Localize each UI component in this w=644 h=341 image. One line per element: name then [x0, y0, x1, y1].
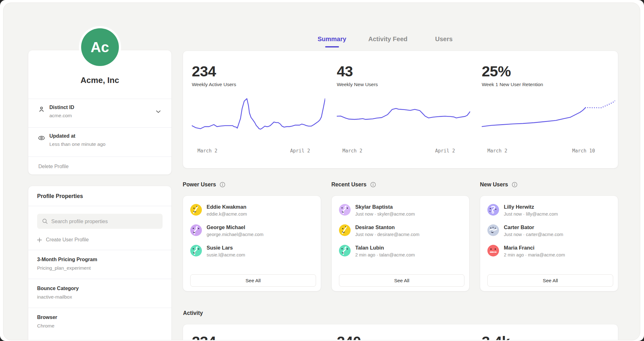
section-title: Power Users [183, 181, 216, 188]
stat-value: 43 [337, 63, 473, 79]
list-item[interactable]: Carter Bator Just now · carter@acme.com [487, 224, 613, 237]
activity-stats-card: 234 240 3.4k [183, 324, 618, 340]
screenshot-page: Ac Acme, Inc Distinct ID acme.com [0, 0, 644, 341]
stat-label: Weekly Active Users [192, 82, 328, 87]
plus-icon [37, 238, 42, 242]
stat-label: Week 1 New User Retention [482, 82, 618, 87]
property-item[interactable]: Browser Chrome [28, 308, 171, 337]
activity-stat: 234 [183, 324, 328, 340]
avatar [487, 204, 499, 216]
avatar [339, 224, 351, 236]
avatar [190, 204, 202, 216]
section-title: New Users [480, 181, 508, 188]
avatar [487, 224, 499, 236]
user-name: Carter Bator [504, 224, 563, 230]
property-label: Bounce Category [37, 286, 163, 291]
list-item[interactable]: Susie Lars susie.l@acme.com [190, 245, 316, 257]
user-name: Eddie Kwakman [207, 204, 247, 210]
summary-stats-card: 234 Weekly Active Users March 2 April 2 … [183, 51, 618, 168]
stat-value: 240 [337, 334, 473, 340]
user-list-card: Eddie Kwakman eddie.k@acme.com George Mi… [183, 195, 321, 291]
user-name: Lilly Herwitz [504, 204, 558, 210]
info-icon[interactable] [512, 182, 518, 188]
user-subtext: Just now · desirare@acme.com [355, 232, 419, 237]
section-header: Power Users [183, 181, 321, 188]
see-all-button[interactable]: See All [190, 274, 316, 287]
user-name: George Michael [207, 224, 264, 230]
distinct-id-row[interactable]: Distinct ID acme.com [28, 99, 171, 127]
property-value: Pricing_plan_experiment [37, 265, 163, 271]
x-axis: March 2 April 2 [337, 148, 470, 154]
person-icon [38, 106, 45, 113]
section-title: Recent Users [331, 181, 367, 188]
tab-activity-feed[interactable]: Activity Feed [360, 36, 416, 47]
user-name: Skylar Baptista [355, 204, 415, 210]
section-header: Recent Users [331, 181, 470, 188]
create-user-profile-label: Create User Profile [46, 237, 89, 243]
user-subtext: 2 min ago · maria@acme.com [504, 252, 565, 257]
create-user-profile-button[interactable]: Create User Profile [37, 237, 163, 250]
meta-value: acme.com [49, 113, 171, 118]
user-name: Desirae Stanton [355, 224, 419, 230]
eye-icon [38, 134, 45, 142]
stat-value: 234 [192, 63, 328, 79]
stat-weekly-new-users: 43 Weekly New Users March 2 April 2 [328, 51, 473, 168]
list-item[interactable]: Maria Franci 2 min ago · maria@acme.com [487, 245, 613, 257]
profile-sidebar: Ac Acme, Inc Distinct ID acme.com [28, 50, 172, 340]
list-item[interactable]: Talan Lubin 2 min ago · talan@acme.com [339, 245, 465, 257]
tab-users[interactable]: Users [416, 36, 472, 47]
list-item[interactable]: Skylar Baptista Just now · skyler@acme.c… [339, 204, 465, 217]
list-item[interactable]: Lilly Herwitz Just now · lilly@acme.com [487, 204, 613, 217]
avatar [190, 245, 202, 256]
sparkline-chart [337, 93, 470, 144]
property-label: Browser [37, 315, 163, 320]
profile-properties-search[interactable] [37, 214, 163, 229]
chevron-down-icon[interactable] [156, 110, 161, 113]
user-subtext: eddie.k@acme.com [207, 212, 247, 217]
company-profile-card: Ac Acme, Inc Distinct ID acme.com [28, 50, 172, 175]
x-axis-label-end: March 10 [572, 148, 595, 154]
sparkline-chart [192, 93, 325, 144]
stat-value: 25% [482, 63, 618, 79]
property-value: Chrome [37, 323, 163, 329]
x-axis-label-start: March 2 [487, 148, 507, 154]
stat-weekly-active-users: 234 Weekly Active Users March 2 April 2 [183, 51, 328, 168]
see-all-button[interactable]: See All [487, 274, 613, 287]
list-item[interactable]: Desirae Stanton Just now · desirare@acme… [339, 224, 465, 237]
info-icon[interactable] [370, 182, 376, 188]
user-subtext: Just now · skyler@acme.com [355, 212, 415, 217]
info-icon[interactable] [219, 182, 225, 188]
x-axis: March 2 March 10 [482, 148, 615, 154]
property-value: inactive-mailbox [37, 294, 163, 300]
tab-summary[interactable]: Summary [304, 36, 360, 47]
x-axis: March 2 April 2 [192, 148, 325, 154]
stat-value: 3.4k [482, 334, 618, 340]
meta-label: Distinct ID [49, 105, 171, 110]
activity-stat: 240 [328, 324, 473, 340]
new-users-section: New Users Lilly Herwitz Just now · lilly… [480, 181, 618, 291]
user-name: Maria Franci [504, 245, 565, 251]
updated-at-row: Updated at Less than one minute ago [28, 127, 171, 157]
meta-value: Less than one minute ago [49, 141, 171, 147]
delete-profile-button[interactable]: Delete Profile [28, 157, 171, 175]
sparkline-chart [482, 93, 615, 144]
activity-heading: Activity [183, 310, 203, 316]
activity-stat: 3.4k [473, 324, 618, 340]
user-subtext: Just now · carter@acme.com [504, 232, 563, 237]
app-frame: Ac Acme, Inc Distinct ID acme.com [3, 3, 640, 340]
see-all-button[interactable]: See All [339, 274, 465, 287]
property-item[interactable]: 3-Month Pricing Program Pricing_plan_exp… [28, 250, 171, 279]
avatar [190, 224, 202, 236]
recent-users-section: Recent Users Skylar Baptista Just now · … [331, 181, 470, 291]
user-lists-row: Power Users Eddie Kwakman eddie.k@acme.c… [183, 181, 618, 291]
user-subtext: susie.l@acme.com [207, 252, 245, 257]
list-item[interactable]: Eddie Kwakman eddie.k@acme.com [190, 204, 316, 217]
x-axis-label-end: April 2 [435, 148, 455, 154]
x-axis-label-start: March 2 [342, 148, 362, 154]
company-avatar: Ac [81, 28, 119, 66]
user-list-card: Lilly Herwitz Just now · lilly@acme.com … [480, 195, 618, 291]
list-item[interactable]: George Michael george.michael@acme.com [190, 224, 316, 237]
user-name: Talan Lubin [355, 245, 415, 251]
search-input[interactable] [51, 218, 158, 224]
property-item[interactable]: Bounce Category inactive-mailbox [28, 279, 171, 308]
